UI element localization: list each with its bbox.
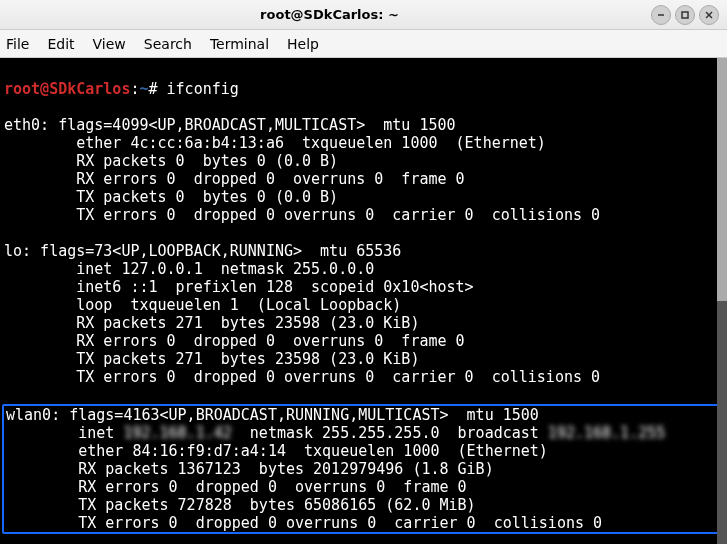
menu-view[interactable]: View [93,36,126,52]
menu-help[interactable]: Help [287,36,319,52]
command-ifconfig: ifconfig [167,80,239,98]
menu-terminal[interactable]: Terminal [210,36,269,52]
close-button[interactable] [699,5,719,25]
lo-output: lo: flags=73<UP,LOOPBACK,RUNNING> mtu 65… [4,242,723,386]
menu-search[interactable]: Search [144,36,192,52]
maximize-icon [680,10,690,20]
window-controls [651,5,719,25]
wlan0-output: wlan0: flags=4163<UP,BROADCAST,RUNNING,M… [6,406,721,532]
prompt-line-1: root@SDkCarlos:~# ifconfig [4,80,723,98]
wlan0-inet-blurred: 192.168.1.42 [123,424,231,442]
minimize-icon [656,10,666,20]
wlan0-highlight-box: wlan0: flags=4163<UP,BROADCAST,RUNNING,M… [2,404,725,534]
menubar: File Edit View Search Terminal Help [0,30,727,58]
menu-file[interactable]: File [6,36,29,52]
svg-rect-1 [682,12,688,18]
terminal-content[interactable]: root@SDkCarlos:~# ifconfig eth0: flags=4… [0,58,727,544]
terminal-window: root@SDkCarlos: ~ File Edit View Search … [0,0,727,544]
scrollbar[interactable] [717,58,727,544]
command-text [158,80,167,98]
wlan0-broadcast-blurred: 192.168.1.255 [548,424,665,442]
prompt-path: ~ [139,80,148,98]
prompt-user: root@SDkCarlos [4,80,130,98]
window-title: root@SDkCarlos: ~ [8,7,651,22]
scrollbar-thumb[interactable] [717,58,727,301]
titlebar: root@SDkCarlos: ~ [0,0,727,30]
prompt-hash: # [149,80,158,98]
close-icon [704,10,714,20]
maximize-button[interactable] [675,5,695,25]
minimize-button[interactable] [651,5,671,25]
menu-edit[interactable]: Edit [47,36,74,52]
eth0-output: eth0: flags=4099<UP,BROADCAST,MULTICAST>… [4,116,723,224]
